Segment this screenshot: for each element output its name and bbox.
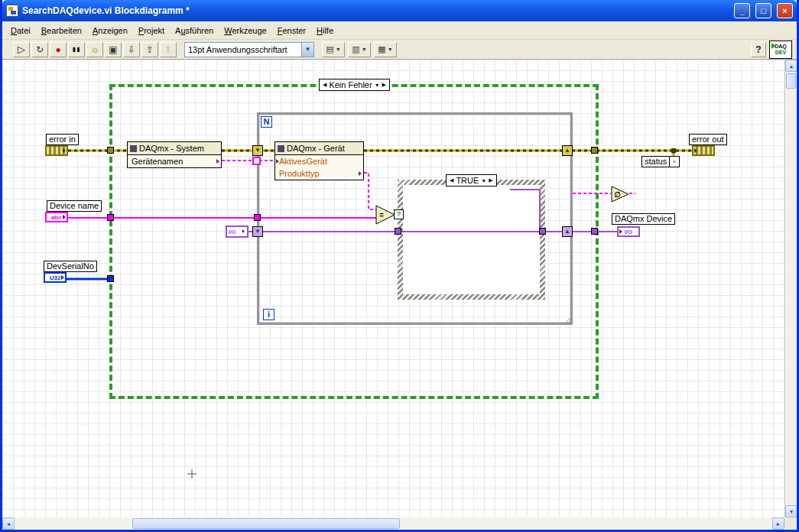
- loop-iteration-terminal[interactable]: i: [263, 309, 274, 320]
- close-button[interactable]: ×: [777, 3, 793, 18]
- step-over-button[interactable]: ⇪: [141, 42, 158, 57]
- io-constant-value: I/O: [229, 229, 235, 235]
- vertical-scroll-track[interactable]: [785, 72, 797, 505]
- reorder-dropdown[interactable]: ▦▼: [374, 42, 397, 57]
- pause-button[interactable]: ▮▮: [68, 42, 85, 57]
- chevron-down-icon[interactable]: ▼: [241, 229, 245, 234]
- property-node-title: DAQmx - Gerät: [287, 144, 345, 153]
- step-out-button[interactable]: ⇧: [160, 42, 177, 57]
- status-unbundle-node[interactable]: »: [669, 156, 680, 167]
- daq-badge-line2: DEV: [770, 50, 791, 56]
- run-continuous-button[interactable]: ↻: [31, 42, 48, 57]
- dev-serial-label[interactable]: DevSerialNo: [44, 261, 97, 272]
- pause-icon: ▮▮: [73, 46, 81, 53]
- font-selector[interactable]: 13pt Anwendungsschriftart ▼: [184, 42, 314, 57]
- scroll-left-button[interactable]: ◄: [2, 517, 15, 530]
- menu-item-anzeigen[interactable]: Anzeigen: [87, 24, 133, 37]
- outer-case-selector[interactable]: ◀ Kein Fehler ▼ ▶: [319, 79, 390, 91]
- auto-index-tunnel[interactable]: [252, 157, 261, 165]
- loop-count-terminal[interactable]: N: [261, 116, 272, 128]
- tunnel-device-name[interactable]: [107, 214, 114, 221]
- device-name-label[interactable]: Device name: [47, 200, 102, 212]
- error-in-terminal[interactable]: [45, 145, 68, 156]
- horizontal-scrollbar[interactable]: ◄ ►: [2, 517, 784, 530]
- shift-register-device-left[interactable]: ▼: [252, 226, 263, 237]
- menu-item-hilfe[interactable]: Hilfe: [311, 24, 339, 37]
- tunnel-case-in[interactable]: [395, 228, 401, 235]
- property-node-daqmx-geraet[interactable]: DAQmx - Gerät AktivesGerät Produkttyp: [274, 141, 364, 180]
- highlight-execution-button[interactable]: ☼: [86, 42, 103, 57]
- scroll-up-button[interactable]: ▲: [785, 60, 797, 72]
- case-next-icon[interactable]: ▶: [382, 82, 386, 88]
- case-dropdown-icon[interactable]: ▼: [481, 178, 486, 183]
- crosshair-cursor: [187, 469, 197, 478]
- error-out-terminal[interactable]: [692, 145, 715, 156]
- minimize-button[interactable]: _: [734, 3, 750, 18]
- daqmx-device-terminal[interactable]: I/O: [617, 226, 640, 237]
- inner-case-selector[interactable]: ◀ TRUE ▼ ▶: [446, 174, 497, 187]
- block-diagram-canvas[interactable]: ◀ Kein Fehler ▼ ▶ ◀ TRUE ▼ ▶ N i DAQmx -…: [2, 60, 784, 517]
- distribute-objects-icon: ▥: [352, 44, 359, 54]
- menu-item-bearbeiten[interactable]: Bearbeiten: [36, 24, 87, 37]
- tunnel-error-out[interactable]: [591, 147, 598, 154]
- property-row-geraetenamen[interactable]: Gerätenamen: [128, 155, 221, 167]
- step-into-button[interactable]: ⇩: [123, 42, 140, 57]
- step-out-icon: ⇧: [164, 44, 172, 55]
- case-prev-icon[interactable]: ◀: [450, 177, 453, 183]
- property-row-produkttyp[interactable]: Produkttyp: [275, 167, 363, 180]
- empty-check-icon: ∅: [614, 190, 621, 199]
- equal-comparison-node[interactable]: =: [375, 205, 396, 225]
- daq-dev-badge: DAQ DEV: [769, 41, 792, 59]
- case-next-icon[interactable]: ▶: [489, 177, 492, 183]
- shift-register-error-right[interactable]: ▲: [562, 145, 573, 156]
- chevron-down-icon[interactable]: ▼: [301, 43, 313, 57]
- run-continuous-icon: ↻: [36, 44, 44, 55]
- horizontal-scroll-track[interactable]: [15, 517, 772, 530]
- horizontal-scroll-thumb[interactable]: [132, 518, 400, 529]
- toolbar: ▷↻●▮▮☼▣⇩⇪⇧ 13pt Anwendungsschriftart ▼ ▤…: [2, 40, 797, 60]
- scroll-down-button[interactable]: ▼: [785, 505, 797, 517]
- help-button[interactable]: ?: [751, 42, 766, 57]
- tunnel-case-out[interactable]: [539, 228, 546, 235]
- status-label[interactable]: status: [641, 156, 670, 167]
- property-node-daqmx-system[interactable]: DAQmx - System Gerätenamen: [127, 141, 222, 168]
- device-name-terminal[interactable]: abc: [45, 212, 68, 222]
- reorder-icon: ▦: [378, 44, 385, 54]
- property-row-aktivesgeraet[interactable]: AktivesGerät: [275, 155, 363, 167]
- abort-button[interactable]: ●: [50, 42, 67, 57]
- menu-item-ausführen[interactable]: Ausführen: [170, 24, 219, 37]
- error-out-label[interactable]: error out: [689, 134, 727, 145]
- align-objects-dropdown[interactable]: ▤▼: [322, 42, 345, 57]
- case-dropdown-icon[interactable]: ▼: [375, 83, 380, 88]
- menu-item-werkzeuge[interactable]: Werkzeuge: [219, 24, 271, 37]
- vertical-scroll-thumb[interactable]: [786, 73, 796, 89]
- dev-serial-terminal[interactable]: U32: [44, 272, 67, 283]
- menu-item-datei[interactable]: Datei: [5, 24, 36, 37]
- shift-register-error-left[interactable]: ▼: [252, 145, 263, 156]
- menu-item-projekt[interactable]: Projekt: [133, 24, 170, 37]
- property-node-icon: [278, 145, 284, 152]
- daqmx-device-label[interactable]: DAQmx Device: [612, 213, 675, 225]
- retain-wire-values-button[interactable]: ▣: [105, 42, 122, 57]
- window-title: SearchDAQdevice.vi Blockdiagramm *: [22, 5, 729, 16]
- true-case-structure[interactable]: [398, 180, 545, 300]
- run-button[interactable]: ▷: [13, 42, 30, 57]
- distribute-objects-dropdown[interactable]: ▥▼: [348, 42, 371, 57]
- maximize-button[interactable]: □: [755, 3, 771, 18]
- tunnel-loop-device-name[interactable]: [254, 214, 261, 221]
- case-prev-icon[interactable]: ◀: [323, 82, 326, 88]
- tunnel-serial[interactable]: [107, 275, 114, 282]
- scroll-right-button[interactable]: ►: [772, 517, 784, 530]
- menu-item-fenster[interactable]: Fenster: [272, 24, 311, 37]
- chevron-down-icon: ▼: [388, 47, 393, 52]
- property-node-icon: [130, 145, 137, 152]
- error-in-label[interactable]: error in: [46, 134, 79, 145]
- shift-register-device-right[interactable]: ▲: [562, 226, 573, 237]
- daqmx-name-constant[interactable]: I/O ▼: [226, 225, 248, 238]
- tunnel-error-in[interactable]: [107, 147, 114, 154]
- tunnel-device-out[interactable]: [591, 228, 598, 235]
- empty-check-node[interactable]: ∅: [611, 186, 630, 203]
- vi-icon: [6, 5, 18, 17]
- vertical-scrollbar[interactable]: ▲ ▼: [784, 60, 797, 517]
- property-node-title: DAQmx - System: [139, 144, 204, 153]
